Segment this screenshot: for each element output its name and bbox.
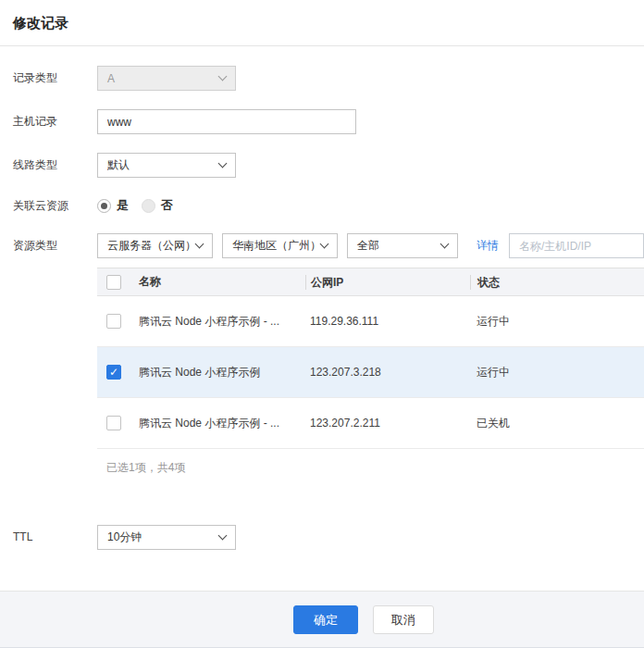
- resource-type-label: 资源类型: [13, 233, 97, 475]
- resource-filter-row: 云服务器（公网） 华南地区（广州） 全部 详情: [97, 233, 644, 258]
- resource-table: 名称 公网IP 状态 腾讯云 Node 小程序示例 - ... 119.29.3…: [97, 268, 644, 449]
- ttl-label: TTL: [13, 525, 97, 550]
- cloud-resource-row: 关联云资源 是 否: [13, 196, 644, 215]
- scope-select[interactable]: 全部: [347, 233, 458, 258]
- table-row[interactable]: 腾讯云 Node 小程序示例 123.207.3.218 运行中: [97, 347, 644, 398]
- record-type-value: A: [107, 72, 115, 85]
- confirm-button[interactable]: 确定: [293, 605, 358, 634]
- service-type-select[interactable]: 云服务器（公网）: [97, 233, 213, 258]
- line-type-value: 默认: [107, 157, 130, 173]
- chevron-down-icon: [195, 240, 204, 249]
- chevron-down-icon: [218, 72, 228, 81]
- dialog-title: 修改记录: [0, 0, 644, 46]
- form-area: 记录类型 A 主机记录 线路类型 默认 关联云资源 是: [0, 46, 644, 591]
- row-checkbox-checked[interactable]: [106, 365, 121, 380]
- record-type-label: 记录类型: [13, 66, 97, 91]
- cloud-resource-label: 关联云资源: [13, 196, 97, 215]
- host-record-input[interactable]: [97, 109, 356, 134]
- radio-yes-label: 是: [117, 196, 129, 215]
- cancel-button[interactable]: 取消: [373, 605, 434, 634]
- radio-no-label: 否: [161, 196, 173, 215]
- scope-value: 全部: [357, 238, 379, 254]
- row-status: 运行中: [470, 314, 644, 330]
- detail-link[interactable]: 详情: [477, 238, 499, 254]
- row-check-cell: [97, 365, 130, 380]
- row-name: 腾讯云 Node 小程序示例 - ...: [130, 416, 305, 431]
- line-type-row: 线路类型 默认: [13, 153, 644, 178]
- table-header-row: 名称 公网IP 状态: [97, 268, 644, 296]
- header-check-cell: [97, 275, 130, 290]
- resource-type-row: 资源类型 云服务器（公网） 华南地区（广州） 全部 详情: [13, 233, 644, 475]
- resource-search-input[interactable]: [509, 233, 644, 258]
- ttl-value: 10分钟: [107, 530, 142, 545]
- row-ip: 123.207.3.218: [305, 366, 470, 379]
- line-type-label: 线路类型: [13, 153, 97, 178]
- chevron-down-icon: [320, 240, 329, 249]
- radio-unchecked-icon[interactable]: [142, 199, 155, 213]
- ttl-select[interactable]: 10分钟: [97, 525, 236, 550]
- row-name: 腾讯云 Node 小程序示例 - ...: [130, 314, 305, 330]
- column-header-ip: 公网IP: [305, 275, 470, 290]
- column-header-name: 名称: [130, 274, 305, 290]
- radio-checked-icon[interactable]: [97, 199, 111, 213]
- record-type-select: A: [97, 66, 236, 91]
- row-name: 腾讯云 Node 小程序示例: [130, 365, 305, 380]
- table-row[interactable]: 腾讯云 Node 小程序示例 - ... 119.29.36.111 运行中: [97, 296, 644, 347]
- chevron-down-icon: [218, 531, 228, 541]
- row-check-cell: [97, 416, 130, 430]
- cloud-resource-radio-group: 是 否: [97, 196, 186, 215]
- modify-record-dialog: 修改记录 记录类型 A 主机记录 线路类型 默认 关联云资源: [0, 0, 644, 648]
- row-checkbox[interactable]: [106, 314, 121, 329]
- row-checkbox[interactable]: [106, 416, 121, 430]
- service-type-value: 云服务器（公网）: [107, 238, 196, 254]
- chevron-down-icon: [218, 159, 228, 168]
- row-status: 已关机: [470, 416, 644, 431]
- footer-buttons: 确定 取消: [293, 605, 434, 634]
- region-select[interactable]: 华南地区（广州）: [222, 233, 338, 258]
- row-ip: 123.207.2.211: [305, 417, 470, 430]
- record-type-row: 记录类型 A: [13, 66, 644, 91]
- resource-block: 云服务器（公网） 华南地区（广州） 全部 详情: [97, 233, 644, 475]
- chevron-down-icon: [440, 240, 450, 249]
- dialog-footer: 确定 取消: [0, 591, 644, 648]
- row-check-cell: [97, 314, 130, 329]
- table-row[interactable]: 腾讯云 Node 小程序示例 - ... 123.207.2.211 已关机: [97, 398, 644, 449]
- host-record-label: 主机记录: [13, 109, 97, 134]
- region-value: 华南地区（广州）: [232, 238, 321, 254]
- row-ip: 119.29.36.111: [305, 315, 470, 328]
- selection-summary: 已选1项，共4项: [106, 461, 644, 475]
- column-header-status: 状态: [470, 275, 644, 290]
- select-all-checkbox[interactable]: [106, 275, 121, 290]
- row-status: 运行中: [470, 365, 644, 380]
- ttl-row: TTL 10分钟: [13, 525, 644, 550]
- line-type-select[interactable]: 默认: [97, 153, 236, 178]
- radio-option-no[interactable]: 否: [142, 196, 173, 215]
- host-record-row: 主机记录: [13, 109, 644, 134]
- radio-option-yes[interactable]: 是: [97, 196, 129, 215]
